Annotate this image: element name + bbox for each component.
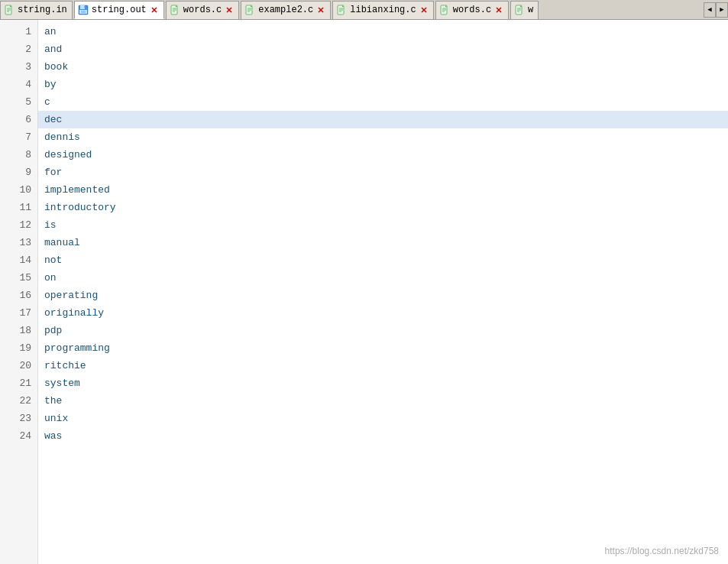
svg-rect-8 bbox=[81, 11, 86, 13]
tab-close-tab5[interactable] bbox=[419, 5, 429, 15]
tab-close-tab6[interactable] bbox=[494, 5, 503, 15]
tab-tab2[interactable]: string.out bbox=[74, 1, 164, 19]
line-number: 13 bbox=[0, 234, 37, 251]
code-line: for bbox=[38, 164, 728, 181]
tab-nav: ◀▶ bbox=[704, 2, 728, 18]
line-number: 23 bbox=[0, 410, 37, 427]
code-line: c bbox=[38, 93, 728, 111]
line-number: 14 bbox=[0, 251, 37, 269]
tab-close-tab4[interactable] bbox=[316, 5, 325, 15]
tab-label-tab2: string.out bbox=[92, 5, 147, 15]
line-number: 3 bbox=[0, 58, 37, 76]
code-line: was bbox=[38, 427, 728, 445]
code-line: the bbox=[38, 392, 728, 410]
line-number: 12 bbox=[0, 216, 37, 234]
tab-label-tab6: words.c bbox=[453, 5, 491, 15]
line-number: 1 bbox=[0, 23, 37, 41]
code-line: implemented bbox=[38, 181, 728, 199]
code-line: unix bbox=[38, 410, 728, 427]
svg-rect-6 bbox=[84, 5, 86, 8]
code-line: on bbox=[38, 269, 728, 287]
code-line: ritchie bbox=[38, 357, 728, 374]
line-number: 19 bbox=[0, 339, 37, 357]
line-number: 5 bbox=[0, 93, 37, 111]
tab-label-tab5: libianxing.c bbox=[350, 5, 416, 15]
tab-tab7[interactable]: w bbox=[510, 1, 539, 19]
editor: 123456789101112131415161718192021222324 … bbox=[0, 20, 728, 564]
code-line: dec bbox=[38, 111, 728, 128]
tab-label-tab1: string.in bbox=[18, 5, 67, 15]
line-number: 11 bbox=[0, 199, 37, 216]
tab-label-tab3: words.c bbox=[183, 5, 222, 15]
line-number: 9 bbox=[0, 164, 37, 181]
tab-icon-file-green bbox=[439, 5, 450, 15]
code-line: operating bbox=[38, 287, 728, 304]
tab-next-button[interactable]: ▶ bbox=[716, 2, 728, 18]
line-number: 4 bbox=[0, 76, 37, 93]
tab-icon-file-save bbox=[78, 5, 89, 15]
code-line: and bbox=[38, 41, 728, 58]
line-number: 20 bbox=[0, 357, 37, 374]
code-line: not bbox=[38, 251, 728, 269]
line-number: 22 bbox=[0, 392, 37, 410]
tab-icon-file-green bbox=[336, 5, 347, 15]
line-numbers-panel: 123456789101112131415161718192021222324 bbox=[0, 20, 38, 564]
tab-icon-file-green bbox=[170, 5, 180, 15]
code-line: designed bbox=[38, 146, 728, 164]
code-line: originally bbox=[38, 304, 728, 322]
code-line: programming bbox=[38, 339, 728, 357]
code-line: by bbox=[38, 76, 728, 93]
line-number: 16 bbox=[0, 287, 37, 304]
tab-tab3[interactable]: words.c bbox=[166, 1, 239, 19]
code-line: an bbox=[38, 23, 728, 41]
tab-tab5[interactable]: libianxing.c bbox=[332, 1, 433, 19]
line-number: 21 bbox=[0, 374, 37, 392]
code-line: is bbox=[38, 216, 728, 234]
tab-icon-file-green bbox=[244, 5, 255, 15]
tab-prev-button[interactable]: ◀ bbox=[704, 2, 716, 18]
code-line: system bbox=[38, 374, 728, 392]
line-number: 6 bbox=[0, 111, 37, 128]
code-line: dennis bbox=[38, 128, 728, 146]
code-line: manual bbox=[38, 234, 728, 251]
tab-tab6[interactable]: words.c bbox=[435, 1, 509, 19]
tab-label-tab4: example2.c bbox=[258, 5, 313, 15]
code-line: introductory bbox=[38, 199, 728, 216]
tab-icon-file-green bbox=[4, 5, 15, 15]
tab-icon-file-green bbox=[514, 5, 525, 15]
code-area[interactable]: anandbookbycdecdennisdesignedforimplemen… bbox=[38, 20, 728, 564]
tab-label-tab7: w bbox=[528, 5, 533, 15]
line-number: 17 bbox=[0, 304, 37, 322]
tab-tab4[interactable]: example2.c bbox=[241, 1, 331, 19]
tab-bar: string.in string.out words.c example2.c bbox=[0, 0, 728, 20]
line-number: 15 bbox=[0, 269, 37, 287]
code-line: pdp bbox=[38, 322, 728, 339]
line-number: 7 bbox=[0, 128, 37, 146]
line-number: 10 bbox=[0, 181, 37, 199]
line-number: 24 bbox=[0, 427, 37, 445]
code-line: book bbox=[38, 58, 728, 76]
tab-close-tab3[interactable] bbox=[225, 5, 234, 15]
line-number: 18 bbox=[0, 322, 37, 339]
tab-close-tab2[interactable] bbox=[150, 5, 159, 15]
line-number: 2 bbox=[0, 41, 37, 58]
line-number: 8 bbox=[0, 146, 37, 164]
tab-tab1[interactable]: string.in bbox=[0, 1, 73, 19]
